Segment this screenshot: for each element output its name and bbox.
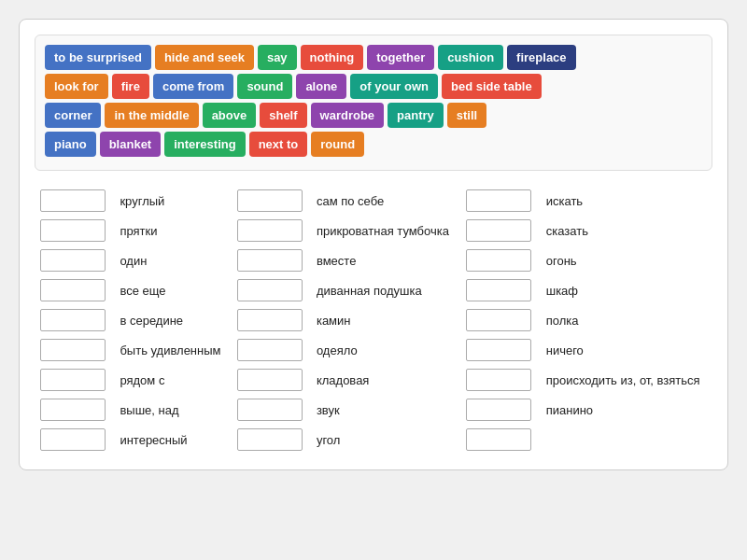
word-tile[interactable]: in the middle [105,103,198,128]
answer-input[interactable] [40,249,106,272]
match-input-cell [460,216,540,245]
russian-word: сам по себе [311,186,460,216]
russian-word: один [114,245,231,275]
word-tile[interactable]: next to [249,132,308,157]
answer-input[interactable] [466,279,531,301]
match-input-cell [232,335,311,365]
answer-input[interactable] [466,219,531,242]
answer-input[interactable] [237,339,303,361]
table-row: рядом складоваяпроисходить из, от, взять… [35,365,712,395]
table-row: круглыйсам по себеискать [35,186,712,216]
answer-input[interactable] [466,369,531,391]
answer-input[interactable] [40,189,106,212]
russian-word: пианино [541,395,712,425]
word-tile[interactable]: hide and seek [155,45,254,70]
word-tile[interactable]: together [367,45,434,70]
answer-input[interactable] [237,309,303,331]
answer-input[interactable] [237,399,303,421]
word-tile[interactable]: wardrobe [311,103,385,128]
word-tile[interactable]: say [258,45,297,70]
word-tile[interactable]: cushion [438,45,503,70]
word-tile[interactable]: nothing [301,45,364,70]
match-input-cell [460,395,540,425]
russian-word: одеяло [311,335,460,365]
answer-input[interactable] [466,339,531,361]
russian-word: интересный [114,425,231,455]
word-tile[interactable]: look for [45,74,108,99]
answer-input[interactable] [40,309,106,331]
answer-input[interactable] [237,428,303,451]
russian-word [541,425,712,455]
russian-word: полка [541,305,712,335]
match-input-cell [232,245,311,275]
russian-word: ничего [541,335,712,365]
answer-input[interactable] [237,369,303,391]
match-table: круглыйсам по себеискатьпряткиприкроватн… [35,186,712,455]
word-tile[interactable]: still [447,103,486,128]
word-tile[interactable]: fireplace [507,45,575,70]
match-input-cell [35,395,114,425]
russian-word: кладовая [311,365,460,395]
answer-input[interactable] [466,428,531,451]
russian-word: звук [311,395,460,425]
word-tile[interactable]: blanket [100,132,162,157]
russian-word: круглый [114,186,231,216]
answer-input[interactable] [40,339,106,361]
match-input-cell [35,335,114,365]
answer-input[interactable] [237,249,303,272]
tiles-row-4: pianoblanketinterestingnext toround [45,132,702,157]
match-input-cell [232,216,311,245]
russian-word: угол [311,425,460,455]
answer-input[interactable] [237,189,303,212]
word-tile[interactable]: piano [45,132,96,157]
word-tile[interactable]: come from [153,74,233,99]
answer-input[interactable] [466,249,531,272]
match-input-cell [35,425,114,455]
word-tile[interactable]: pantry [388,103,444,128]
match-input-cell [232,425,311,455]
word-tile[interactable]: interesting [164,132,245,157]
russian-word: огонь [541,245,712,275]
russian-word: все еще [114,275,231,305]
word-tile[interactable]: sound [237,74,292,99]
word-tile[interactable]: bed side table [442,74,542,99]
match-input-cell [460,335,540,365]
answer-input[interactable] [40,399,106,421]
table-row: в серединекаминполка [35,305,712,335]
match-input-cell [35,365,114,395]
match-input-cell [35,245,114,275]
russian-word: прятки [114,216,231,245]
word-tile[interactable]: shelf [260,103,306,128]
answer-input[interactable] [40,428,106,451]
word-tile[interactable]: above [203,103,257,128]
russian-word: вместе [311,245,460,275]
match-input-cell [460,305,540,335]
russian-word: шкаф [541,275,712,305]
answer-input[interactable] [237,219,303,242]
match-input-cell [232,305,311,335]
table-row: интересныйугол [35,425,712,455]
word-tile[interactable]: fire [112,74,149,99]
word-tile[interactable]: of your own [350,74,438,99]
tiles-row-2: look forfirecome fromsoundaloneof your o… [45,74,702,99]
answer-input[interactable] [237,279,303,301]
tiles-row-1: to be surprisedhide and seeksaynothingto… [45,45,702,70]
word-tile[interactable]: round [311,132,364,157]
answer-input[interactable] [40,219,106,242]
answer-input[interactable] [466,309,531,331]
match-input-cell [232,186,311,216]
word-tile[interactable]: alone [296,74,346,99]
match-input-cell [35,216,114,245]
answer-input[interactable] [466,189,531,212]
match-input-cell [460,425,540,455]
match-input-cell [460,186,540,216]
russian-word: происходить из, от, взяться [541,365,712,395]
russian-word: диванная подушка [311,275,460,305]
answer-input[interactable] [40,279,106,301]
answer-input[interactable] [466,399,531,421]
match-input-cell [35,275,114,305]
word-tile[interactable]: to be surprised [45,45,151,70]
table-row: пряткиприкроватная тумбочкасказать [35,216,712,245]
word-tile[interactable]: corner [45,103,101,128]
answer-input[interactable] [40,369,106,391]
